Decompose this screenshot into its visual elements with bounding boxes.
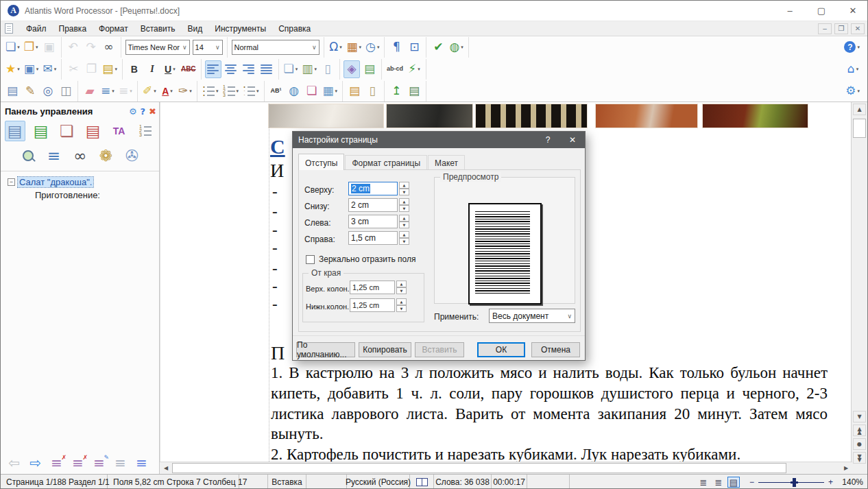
maximize-button[interactable]: ▢ xyxy=(806,1,837,21)
zoom-slider-thumb[interactable] xyxy=(793,478,796,487)
line-numbers-icon[interactable]: ≡▾ xyxy=(117,82,134,100)
palette-icon[interactable]: ❁ xyxy=(96,145,117,166)
delete-heading-icon[interactable]: ≡✗ xyxy=(47,453,66,472)
panel-help-icon[interactable]: ? xyxy=(141,106,146,117)
menu-Правка[interactable]: Правка xyxy=(53,23,93,35)
notes-icon[interactable]: ❏ xyxy=(57,121,77,141)
highlighter-icon[interactable]: ✐▾ xyxy=(141,82,158,100)
mdi-restore-button[interactable]: ❐ xyxy=(834,23,848,34)
cancel-button[interactable]: Отмена xyxy=(531,342,580,357)
formatting-marks-icon[interactable]: ¶ xyxy=(388,38,405,56)
language-check-icon[interactable]: ◍▾ xyxy=(448,38,464,56)
menu-Файл[interactable]: Файл xyxy=(20,23,53,35)
bullet-list-icon[interactable]: •••▾ xyxy=(201,82,220,100)
insert-symbol-icon[interactable]: Ω▾ xyxy=(328,38,344,56)
align-center-icon[interactable] xyxy=(223,60,239,78)
ok-button[interactable]: ОК xyxy=(477,342,525,357)
options-gears-icon[interactable]: ⚙▾ xyxy=(844,82,861,100)
hyphenation-icon[interactable]: ab-cd xyxy=(385,60,405,78)
left-margin-stepper[interactable]: ▲▼ xyxy=(399,215,409,228)
redo-icon[interactable]: ↷ xyxy=(83,38,99,56)
left-margin-input[interactable]: 3 cm xyxy=(348,215,398,228)
right-margin-input[interactable]: 1,5 cm xyxy=(348,231,398,245)
paste-settings-button[interactable]: Вставить xyxy=(415,342,464,357)
status-word-count[interactable]: Слова: 36 038 xyxy=(434,475,492,489)
previous-page-icon[interactable]: ▲▲ xyxy=(853,425,866,436)
font-size-select[interactable]: 14∨ xyxy=(193,40,223,55)
menu-Вставить[interactable]: Вставить xyxy=(134,23,182,35)
style-select[interactable]: Normal∨ xyxy=(232,40,320,55)
paste-icon[interactable]: ▤▾ xyxy=(101,60,119,78)
menu-Формат[interactable]: Формат xyxy=(93,23,134,35)
mdi-minimize-button[interactable]: – xyxy=(818,23,832,34)
document-icon[interactable]: ▯ xyxy=(320,60,336,78)
insert-image-icon[interactable]: ▥▾ xyxy=(300,60,318,78)
footer-edge-input[interactable]: 1,25 cm xyxy=(350,298,395,312)
bold-icon[interactable]: B xyxy=(126,60,143,78)
menu-Инструменты[interactable]: Инструменты xyxy=(208,23,272,35)
copy-icon[interactable]: ❐ xyxy=(83,60,99,78)
header-edge-input[interactable]: 1,25 cm xyxy=(350,281,395,294)
insert-date-icon[interactable]: ▦▾ xyxy=(346,38,363,56)
footer-edge-stepper[interactable]: ▲▼ xyxy=(396,298,407,312)
status-language[interactable]: Русский (Россия) xyxy=(347,475,410,489)
keyboard-shortcut-icon[interactable]: ↥ xyxy=(388,82,405,100)
tab-layout[interactable]: Макет xyxy=(428,155,465,170)
insert-time-icon[interactable]: ◷▾ xyxy=(364,38,381,56)
undo-icon[interactable]: ↶ xyxy=(65,38,82,56)
scroll-left-icon[interactable]: ◀ xyxy=(160,463,171,473)
print-preview-icon[interactable]: ◎ xyxy=(40,82,56,100)
copy-settings-button[interactable]: Копировать xyxy=(359,342,411,357)
numbered-list-icon[interactable]: 123▾ xyxy=(221,82,241,100)
expander-icon[interactable]: − xyxy=(8,178,15,186)
list-filled-icon[interactable]: ≡ xyxy=(132,453,151,472)
save-icon[interactable]: ▣ xyxy=(41,38,58,56)
web-view-button[interactable]: ≣ xyxy=(712,477,725,488)
horizontal-scrollbar[interactable]: ◀ ▶ xyxy=(160,462,852,474)
tab-margins[interactable]: Отступы xyxy=(298,154,344,170)
outline-view-icon[interactable]: ▤ xyxy=(5,121,25,141)
page-view-button[interactable]: ▤ xyxy=(727,477,740,488)
rename-heading-icon[interactable]: ≡✎ xyxy=(90,453,108,472)
menu-Вид[interactable]: Вид xyxy=(182,23,209,35)
eraser-icon[interactable]: ▰ xyxy=(82,82,98,100)
tree-item[interactable]: Приготовление: xyxy=(3,189,156,202)
spellcheck-icon[interactable]: ✔ xyxy=(430,38,446,56)
clipboard-doc-icon[interactable]: ▤ xyxy=(4,82,21,100)
line-spacing-icon[interactable]: ≡▾ xyxy=(99,82,116,100)
bottom-margin-stepper[interactable]: ▲▼ xyxy=(399,198,409,212)
dialog-help-icon[interactable]: ? xyxy=(535,132,560,148)
zoom-map-icon[interactable] xyxy=(18,145,38,166)
top-margin-input[interactable]: 2 cm xyxy=(348,182,398,195)
draft-view-button[interactable]: ≣ xyxy=(697,477,710,488)
scroll-right-icon[interactable]: ▶ xyxy=(841,463,852,473)
panel-close-icon[interactable]: ✖ xyxy=(149,106,156,117)
save-as-icon[interactable]: ▣▾ xyxy=(23,60,40,78)
dialog-close-icon[interactable]: ✕ xyxy=(560,132,585,148)
zoom-slider[interactable] xyxy=(758,478,824,487)
ruler-icon[interactable]: ▯ xyxy=(364,82,381,100)
full-screen-icon[interactable]: ⊡ xyxy=(406,38,422,56)
select-browse-object-icon[interactable]: ● xyxy=(853,438,866,450)
default-button[interactable]: По умолчанию... xyxy=(296,342,355,357)
footnote-icon[interactable]: AB¹ xyxy=(268,82,285,100)
vertical-scrollbar[interactable]: ▲ ▼ ▲▲ ● ▼▼ xyxy=(851,102,867,474)
delete-all-headings-icon[interactable]: ≡✗ xyxy=(69,453,87,472)
edit-doc-icon[interactable]: ✎ xyxy=(22,82,38,100)
binoculars-icon[interactable]: ∞ xyxy=(70,145,91,166)
navigation-diamond-icon[interactable]: ◈ xyxy=(343,60,360,78)
menu-Справка[interactable]: Справка xyxy=(272,23,317,35)
bottom-margin-input[interactable]: 2 cm xyxy=(348,198,398,212)
font-color-icon[interactable]: A▾ xyxy=(159,82,176,100)
new-document-icon[interactable]: ❏▾ xyxy=(4,38,21,56)
copy-formatting-icon[interactable]: ❏▾ xyxy=(282,60,300,78)
top-margin-stepper[interactable]: ▲▼ xyxy=(399,182,409,195)
dialog-title-bar[interactable]: Настройки страницы ? ✕ xyxy=(293,132,585,148)
italic-icon[interactable]: I xyxy=(144,60,160,78)
headings-icon[interactable]: ▤ xyxy=(31,121,51,141)
outline-numbering-icon[interactable]: 123 xyxy=(135,121,156,141)
hyperlink-globe-icon[interactable]: ◍ xyxy=(286,82,302,100)
multilevel-list-icon[interactable]: •··▾ xyxy=(241,82,261,100)
stepper-down-icon[interactable]: ▼ xyxy=(399,189,409,195)
right-margin-stepper[interactable]: ▲▼ xyxy=(399,231,409,245)
